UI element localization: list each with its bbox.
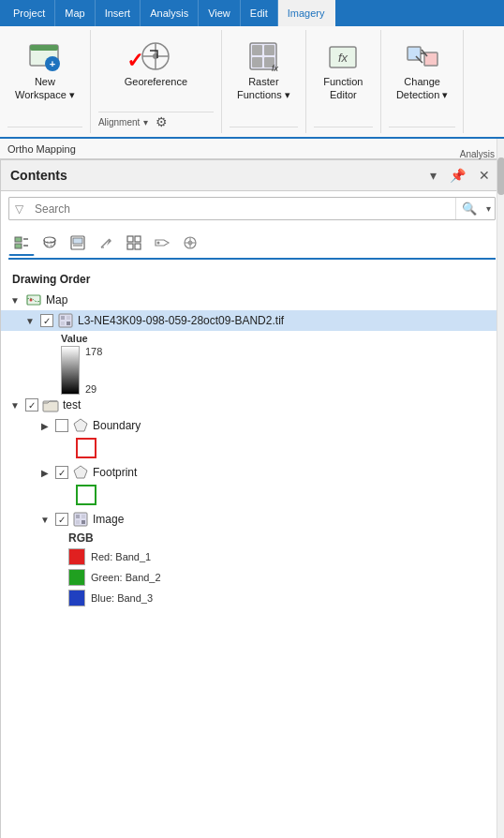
footprint-checkbox[interactable] [55,466,68,479]
boundary-label: Boundary [93,419,141,432]
new-workspace-button[interactable]: + NewWorkspace ▾ [7,34,82,127]
green-swatch [68,569,85,586]
svg-rect-46 [67,322,70,325]
edit-button[interactable] [93,230,119,256]
georeference-button[interactable]: Georeference ✓ [117,34,195,112]
list-by-selection-button[interactable] [65,230,91,256]
label-button[interactable] [149,230,175,256]
test-checkbox[interactable] [25,398,38,412]
tree-item-boundary[interactable]: ▶ Boundary [1,415,503,436]
feature-button[interactable] [177,230,203,256]
drawing-order-label: Drawing Order [1,267,503,290]
raster-checkbox[interactable] [40,314,53,327]
ortho-mapping-label: Ortho Mapping [7,143,76,155]
svg-rect-21 [15,244,22,248]
tree-item-image[interactable]: ▼ Image [1,509,503,530]
ribbon-group-new-workspace: + NewWorkspace ▾ [0,30,91,133]
legend-max-value: 178 [85,346,102,357]
tab-imagery[interactable]: Imagery [278,0,335,26]
tree-item-test[interactable]: ▼ test [1,395,503,415]
boundary-expand-btn[interactable]: ▶ [38,419,52,432]
raster-functions-icon: fx [245,37,282,75]
rgb-row-red: Red: Band_1 [68,546,503,567]
tree-item-footprint[interactable]: ▶ Footprint [1,462,503,483]
alignment-settings-icon[interactable]: ⚙ [156,114,168,129]
footprint-symbol-swatch [76,485,96,505]
svg-rect-52 [82,515,85,518]
image-label: Image [93,513,124,526]
boundary-checkbox[interactable] [55,419,68,432]
toolbar-icons [1,226,503,258]
change-detection-button[interactable]: ChangeDetection ▾ [389,34,456,127]
auto-hide-button[interactable]: ▾ [426,166,440,185]
legend-gradient [61,346,80,395]
tab-edit[interactable]: Edit [241,0,278,26]
new-workspace-group-label [7,127,82,129]
scrollbar-thumb[interactable] [497,157,504,195]
ribbon: Project Map Insert Analysis View Edit Im… [0,0,504,159]
search-dropdown-icon[interactable]: ▾ [482,200,495,217]
svg-rect-32 [135,236,141,242]
footprint-expand-btn[interactable]: ▶ [38,466,52,479]
raster-expand-btn[interactable]: ▼ [23,314,37,327]
svg-rect-45 [61,322,65,325]
ribbon-group-change-detection: ChangeDetection ▾ [381,30,465,133]
function-editor-items: fx FunctionEditor [316,34,370,127]
svg-rect-54 [82,520,85,524]
boundary-symbol-swatch [76,438,96,458]
boundary-symbol [1,436,503,462]
function-editor-button[interactable]: fx FunctionEditor [316,34,370,127]
raster-icon [57,312,74,329]
svg-point-35 [157,242,160,245]
svg-rect-53 [76,520,80,524]
tree-item-map[interactable]: ▼ Map [1,290,503,310]
layer-tree: Drawing Order ▼ Map ▼ [1,263,503,838]
tab-map[interactable]: Map [55,0,95,26]
list-by-source-button[interactable] [37,230,63,256]
test-expand-btn[interactable]: ▼ [8,398,22,412]
raster-legend: Value 178 29 [1,331,503,395]
svg-text:+: + [50,58,55,69]
svg-rect-44 [67,316,70,320]
tab-insert[interactable]: Insert [96,0,141,26]
svg-rect-34 [135,244,141,249]
tab-analysis[interactable]: Analysis [141,0,199,26]
scrollbar-track[interactable] [497,139,504,838]
map-expand-btn[interactable]: ▼ [8,293,22,307]
image-icon [72,511,89,528]
ribbon-georeference-items: Georeference ✓ [117,34,195,112]
svg-rect-43 [61,316,65,320]
red-band-label: Red: Band_1 [91,551,151,562]
image-rgb-legend: RGB Red: Band_1 Green: Band_2 Blue: Band… [1,530,503,608]
georeference-icon [137,37,174,75]
list-by-drawing-order-button[interactable] [8,230,35,256]
search-icon[interactable]: 🔍 [455,198,482,219]
raster-functions-button[interactable]: fx RasterFunctions ▾ [230,34,298,127]
raster-functions-group-label [230,127,298,129]
blue-swatch [68,590,85,606]
image-checkbox[interactable] [55,513,68,526]
green-band-label: Green: Band_2 [91,572,161,583]
tab-project[interactable]: Project [4,0,55,26]
legend-min-value: 29 [85,383,102,395]
footprint-label: Footprint [93,466,137,479]
properties-button[interactable]: 📌 [446,166,469,185]
svg-rect-10 [264,45,274,55]
svg-rect-20 [15,237,22,242]
tree-item-raster-band2[interactable]: ▼ L3-NE43K09-098-059-28oct09-BAND2.tif [1,310,503,331]
new-workspace-label: NewWorkspace ▾ [15,75,75,102]
close-button[interactable]: ✕ [475,166,494,185]
search-input[interactable] [29,199,455,219]
ribbon-content: + NewWorkspace ▾ [0,26,504,139]
image-expand-btn[interactable]: ▼ [38,513,52,526]
test-label: test [63,398,81,412]
ribbon-group-items: + NewWorkspace ▾ [7,34,82,127]
tab-view[interactable]: View [199,0,241,26]
group-icon [42,397,59,413]
create-chart-button[interactable] [121,230,147,256]
map-label: Map [46,293,67,307]
ribbon-group-raster-functions: fx RasterFunctions ▾ [222,30,306,133]
function-editor-label: FunctionEditor [323,75,363,102]
change-detection-group-label [389,127,456,129]
rgb-row-green: Green: Band_2 [68,567,503,588]
